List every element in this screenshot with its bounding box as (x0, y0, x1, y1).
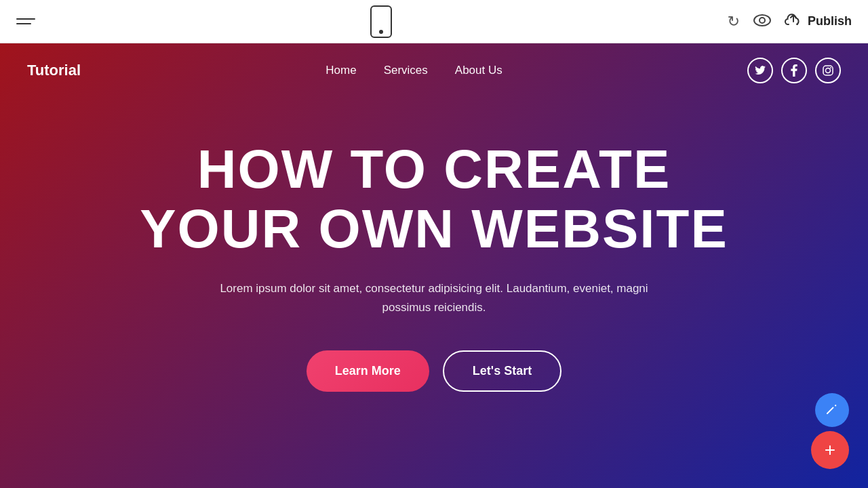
twitter-icon[interactable] (747, 58, 773, 83)
nav-services[interactable]: Services (384, 64, 428, 77)
svg-point-3 (825, 68, 830, 73)
hero-section: HOW TO CREATE YOUR OWN WEBSITE Lorem ips… (0, 43, 868, 488)
svg-point-4 (830, 67, 831, 68)
social-icons-group (747, 58, 841, 83)
lets-start-button[interactable]: Let's Start (443, 350, 561, 392)
learn-more-button[interactable]: Learn More (307, 350, 429, 392)
cloud-upload-icon (785, 12, 802, 30)
svg-point-0 (754, 15, 770, 26)
undo-icon[interactable]: ↺ (728, 13, 740, 30)
hero-buttons: Learn More Let's Start (307, 350, 561, 392)
hamburger-menu-icon[interactable] (16, 18, 35, 24)
hero-title: HOW TO CREATE YOUR OWN WEBSITE (140, 140, 728, 259)
site-preview: Tutorial Home Services About Us (0, 43, 868, 488)
edit-fab-button[interactable] (815, 393, 849, 427)
eye-preview-icon[interactable] (753, 13, 771, 30)
toolbar-center (370, 5, 392, 38)
site-logo: Tutorial (27, 62, 81, 79)
instagram-icon[interactable] (815, 58, 841, 83)
site-navbar: Tutorial Home Services About Us (0, 43, 868, 98)
site-navigation: Home Services About Us (326, 64, 502, 77)
publish-button[interactable]: Publish (785, 12, 852, 30)
svg-rect-2 (823, 66, 833, 75)
nav-about-us[interactable]: About Us (455, 64, 502, 77)
toolbar-right: ↺ Publish (728, 12, 852, 30)
facebook-icon[interactable] (781, 58, 807, 83)
toolbar-left (16, 18, 35, 24)
add-fab-button[interactable]: + (811, 431, 849, 469)
toolbar: ↺ Publish (0, 0, 868, 43)
hero-subtitle: Lorem ipsum dolor sit amet, consectetur … (197, 279, 671, 316)
nav-home[interactable]: Home (326, 64, 356, 77)
mobile-preview-icon[interactable] (370, 5, 392, 38)
svg-point-1 (760, 18, 765, 23)
publish-label: Publish (808, 14, 852, 28)
